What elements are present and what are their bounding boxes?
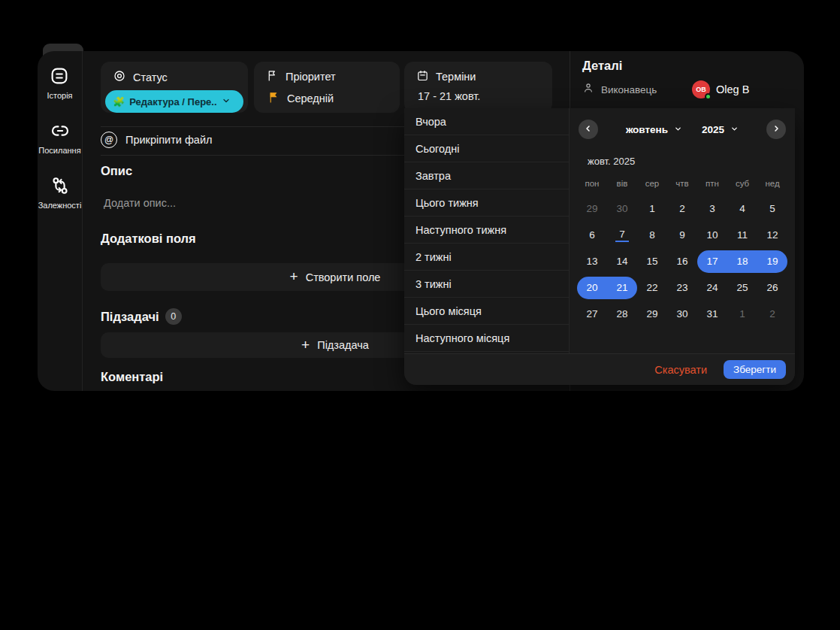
calendar-day[interactable]: 7 — [607, 222, 637, 248]
attach-file-button[interactable]: @ Прикріпити файл — [101, 132, 213, 148]
priority-value-row[interactable]: Середній — [258, 84, 395, 106]
calendar-day[interactable]: 21 — [607, 274, 637, 301]
details-title: Деталі — [582, 59, 622, 73]
sidebar-item-links[interactable]: Посилання — [38, 120, 80, 155]
calendar-day[interactable]: 28 — [607, 301, 637, 327]
calendar-day[interactable]: 12 — [757, 222, 787, 248]
quick-range-item[interactable]: Наступного тижня — [404, 217, 569, 244]
calendar-panel: жовтень 2025 — [570, 108, 795, 353]
status-emoji: 🧩 — [113, 97, 125, 107]
page-background: Історія Посилання — [0, 0, 840, 630]
calendar-day[interactable]: 6 — [577, 222, 607, 248]
month-select[interactable]: жовтень — [626, 124, 682, 135]
date-picker-popup: ВчораСьогодніЗавтраЦього тижняНаступного… — [404, 108, 795, 385]
sidebar-item-label: Посилання — [38, 146, 80, 155]
calendar-day[interactable]: 31 — [697, 301, 727, 327]
calendar-day[interactable]: 25 — [727, 274, 757, 301]
sidebar-item-dependencies[interactable]: Залежності — [38, 174, 82, 210]
plus-icon: + — [301, 338, 310, 352]
dependencies-icon — [49, 174, 71, 197]
sidebar-item-label: Історія — [47, 91, 72, 100]
quick-range-item[interactable]: Цього місяця — [404, 298, 569, 325]
prev-month-button[interactable] — [579, 120, 598, 139]
status-dropdown[interactable]: 🧩 Редактура / Пере.. — [105, 90, 243, 113]
calendar-day[interactable]: 22 — [637, 274, 667, 301]
subtasks-count-badge: 0 — [165, 308, 182, 325]
flag-outline-icon — [266, 69, 279, 84]
chevron-left-icon — [584, 124, 593, 135]
calendar-day[interactable]: 30 — [607, 195, 637, 222]
calendar-day[interactable]: 27 — [577, 301, 607, 327]
weekday-label: суб — [727, 179, 757, 188]
quick-range-item[interactable]: Наступного місяця — [404, 325, 569, 352]
calendar-day[interactable]: 1 — [727, 301, 757, 327]
calendar-day[interactable]: 24 — [697, 274, 727, 301]
quick-range-item[interactable]: 3 тижні — [404, 271, 569, 298]
calendar-day[interactable]: 16 — [667, 248, 697, 274]
calendar-day[interactable]: 2 — [667, 195, 697, 222]
priority-value: Середній — [287, 92, 334, 104]
chevron-right-icon — [772, 124, 781, 135]
calendar-day[interactable]: 29 — [637, 301, 667, 327]
calendar-day[interactable]: 20 — [577, 274, 607, 301]
calendar-day[interactable]: 19 — [757, 248, 787, 274]
online-status-dot — [705, 93, 712, 100]
status-target-icon — [113, 69, 126, 85]
priority-label: Пріоритет — [286, 71, 336, 83]
calendar-day[interactable]: 11 — [727, 222, 757, 248]
calendar-day[interactable]: 1 — [637, 195, 667, 222]
weekday-label: сер — [637, 179, 667, 188]
calendar-day[interactable]: 4 — [727, 195, 757, 222]
attach-label: Прикріпити файл — [125, 134, 213, 146]
weekday-row: понвівсерчтвптнсубнед — [577, 179, 787, 188]
create-field-label: Створити поле — [306, 271, 381, 283]
flag-filled-icon — [267, 91, 280, 106]
quick-range-item[interactable]: 2 тижні — [404, 244, 569, 271]
calendar-day[interactable]: 3 — [697, 195, 727, 222]
save-button[interactable]: Зберегти — [724, 360, 786, 379]
quick-range-item[interactable]: Завтра — [404, 162, 569, 189]
calendar-day[interactable]: 14 — [607, 248, 637, 274]
task-detail-modal: Історія Посилання — [38, 51, 804, 391]
next-month-button[interactable] — [766, 120, 786, 139]
quick-range-item[interactable]: Сьогодні — [404, 135, 569, 162]
chevron-down-icon — [222, 95, 231, 108]
cancel-button[interactable]: Скасувати — [654, 364, 707, 376]
calendar-day[interactable]: 18 — [727, 248, 757, 274]
attachment-icon: @ — [101, 132, 117, 148]
custom-fields-title: Додаткові поля — [101, 232, 196, 246]
calendar-day[interactable]: 9 — [667, 222, 697, 248]
description-input[interactable]: Додати опис... — [104, 197, 176, 209]
calendar-day[interactable]: 26 — [757, 274, 787, 301]
quick-range-item[interactable]: Вчора — [404, 108, 569, 135]
assignee-value[interactable]: OB Oleg B — [692, 80, 749, 98]
priority-card: Пріоритет Середній — [254, 62, 400, 113]
calendar-day[interactable]: 2 — [757, 301, 787, 327]
dates-card[interactable]: Терміни 17 - 21 жовт. — [404, 62, 552, 113]
calendar-day[interactable]: 15 — [637, 248, 667, 274]
weekday-label: вів — [607, 179, 637, 188]
calendar-day[interactable]: 10 — [697, 222, 727, 248]
link-icon — [49, 120, 71, 142]
calendar-day[interactable]: 30 — [667, 301, 697, 327]
calendar-day[interactable]: 29 — [577, 195, 607, 222]
calendar-day[interactable]: 13 — [577, 248, 607, 274]
comments-title: Коментарі — [101, 370, 163, 384]
dates-value: 17 - 21 жовт. — [409, 84, 548, 102]
calendar-day[interactable]: 8 — [637, 222, 667, 248]
year-select[interactable]: 2025 — [702, 124, 739, 135]
chevron-down-icon — [730, 124, 739, 135]
calendar-caption: жовт. 2025 — [588, 156, 635, 167]
sidebar-item-history[interactable]: Історія — [47, 65, 72, 100]
avatar: OB — [692, 80, 710, 98]
person-icon — [582, 82, 594, 97]
modal-sidebar: Історія Посилання — [38, 51, 83, 391]
calendar-day[interactable]: 5 — [757, 195, 787, 222]
quick-range-list: ВчораСьогодніЗавтраЦього тижняНаступного… — [404, 108, 570, 353]
history-icon — [48, 65, 71, 87]
quick-range-item[interactable]: Цього тижня — [404, 189, 569, 217]
description-title: Опис — [101, 164, 132, 178]
status-value: Редактура / Пере.. — [129, 96, 216, 108]
calendar-day[interactable]: 23 — [667, 274, 697, 301]
calendar-day[interactable]: 17 — [697, 248, 727, 274]
